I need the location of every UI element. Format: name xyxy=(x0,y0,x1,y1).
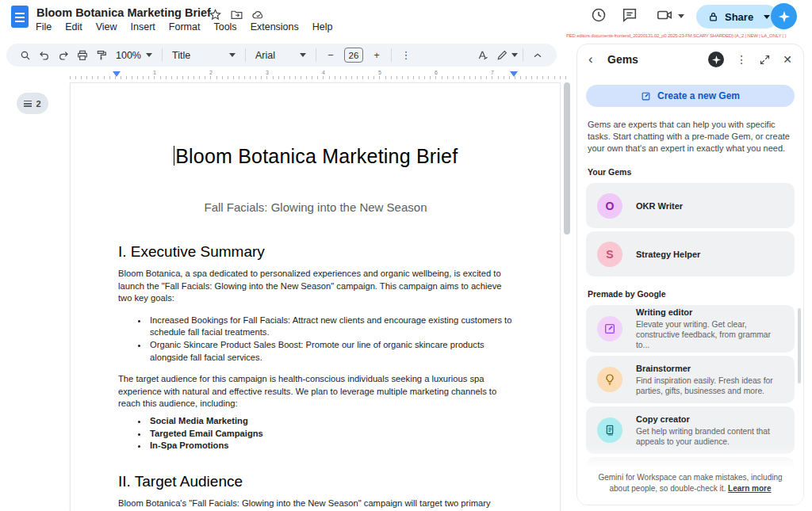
ruler-number: 5 xyxy=(378,70,381,75)
pen-tools-icon[interactable] xyxy=(492,47,511,64)
create-new-gem-label: Create a new Gem xyxy=(657,90,740,101)
increase-font-size-button[interactable]: + xyxy=(367,47,386,64)
doc-paragraph[interactable]: Bloom Botanica, a spa dedicated to perso… xyxy=(118,268,513,305)
doc-heading-2[interactable]: II. Target Audience xyxy=(118,473,513,490)
share-dropdown-caret-icon[interactable] xyxy=(764,15,770,19)
style-value: Title xyxy=(172,50,190,61)
right-indent-marker[interactable] xyxy=(510,71,518,77)
doc-bullet[interactable]: Targeted Email Campaigns xyxy=(148,428,513,440)
star-icon[interactable] xyxy=(209,8,222,21)
doc-subtitle[interactable]: Fall Facials: Glowing into the New Seaso… xyxy=(118,200,513,214)
comment-icon[interactable] xyxy=(621,6,638,24)
outline-list-icon xyxy=(24,101,32,107)
premade-by-google-label: Premade by Google xyxy=(588,289,793,299)
gem-card-writing-editor[interactable]: Writing editor Elevate your writing. Get… xyxy=(586,305,795,353)
doc-bullet[interactable]: Organic Skincare Product Sales Boost: Pr… xyxy=(148,339,513,364)
edit-square-icon xyxy=(641,91,651,101)
menu-item-edit[interactable]: Edit xyxy=(65,21,82,32)
meet-video-icon[interactable] xyxy=(656,6,673,24)
profile-avatar[interactable] xyxy=(708,51,724,67)
font-size-input[interactable]: 26 xyxy=(344,48,363,63)
more-options-icon[interactable]: ⋮ xyxy=(396,47,416,64)
ruler-number: 7 xyxy=(491,70,494,75)
ruler-number: 4 xyxy=(322,70,325,75)
overflow-menu-icon[interactable]: ⋮ xyxy=(736,53,747,66)
gem-name: OKR Writer xyxy=(636,201,683,211)
doc-paragraph[interactable]: Bloom Botanica's "Fall Facials: Glowing … xyxy=(118,498,513,510)
gemini-spark-avatar[interactable] xyxy=(771,3,797,29)
create-new-gem-button[interactable]: Create a new Gem xyxy=(586,85,795,107)
sidebar-header: ‹ Gems ⋮ ✕ xyxy=(577,44,803,74)
menu-item-help[interactable]: Help xyxy=(312,21,333,32)
back-icon[interactable]: ‹ xyxy=(588,51,601,67)
gem-initial-avatar: O xyxy=(597,193,622,219)
cloud-status-icon[interactable] xyxy=(251,8,265,21)
toolbar: 100% Title Arial − 26 + ⋮ xyxy=(6,44,557,67)
font-select[interactable]: Arial xyxy=(251,47,311,64)
document-scrollbar[interactable] xyxy=(564,82,570,235)
paint-format-icon[interactable] xyxy=(92,47,111,64)
toolbar-divider xyxy=(245,48,246,62)
version-history-icon[interactable] xyxy=(590,6,607,24)
share-button[interactable]: Share xyxy=(696,5,778,29)
expand-icon[interactable] xyxy=(759,54,771,66)
google-docs-app: Bloom Botanica Marketing Brief File Edit… xyxy=(0,0,812,511)
zoom-caret-icon xyxy=(146,53,152,57)
doc-heading-title[interactable]: Bloom Botanica Marketing Brief xyxy=(118,145,513,168)
menu-item-format[interactable]: Format xyxy=(169,21,201,32)
print-icon[interactable] xyxy=(73,47,92,64)
copy-document-icon xyxy=(597,418,622,443)
gem-card-strategy-helper[interactable]: S Strategy Helper xyxy=(586,231,795,276)
menu-item-insert[interactable]: Insert xyxy=(131,21,155,32)
document-title[interactable]: Bloom Botanica Marketing Brief xyxy=(36,6,211,19)
page-content: Bloom Botanica Marketing Brief Fall Faci… xyxy=(71,83,560,509)
menu-item-tools[interactable]: Tools xyxy=(213,21,236,32)
sidebar-title: Gems xyxy=(607,53,638,66)
ruler-number: 2 xyxy=(209,70,213,75)
redo-icon[interactable] xyxy=(54,47,73,64)
zoom-select[interactable]: 100% xyxy=(111,47,157,64)
menu-item-file[interactable]: File xyxy=(36,21,52,32)
doc-bullet[interactable]: Social Media Marketing xyxy=(148,415,513,428)
document-page[interactable]: Bloom Botanica Marketing Brief Fall Faci… xyxy=(70,82,561,511)
gems-sidebar: ‹ Gems ⋮ ✕ Create a new Gem Gems are exp… xyxy=(576,44,804,505)
pen-caret-icon[interactable] xyxy=(511,53,518,57)
learn-more-link[interactable]: Learn more xyxy=(728,484,771,493)
doc-heading-1[interactable]: I. Executive Summary xyxy=(118,243,513,261)
search-icon[interactable] xyxy=(16,47,35,64)
annotate-text-icon[interactable] xyxy=(473,47,492,64)
gem-name: Copy creator xyxy=(636,414,783,424)
undo-icon[interactable] xyxy=(35,47,54,64)
toolbar-divider xyxy=(523,48,523,62)
hide-menus-icon[interactable] xyxy=(528,47,547,64)
meet-dropdown-caret-icon[interactable] xyxy=(678,14,684,18)
toolbar-divider xyxy=(391,48,392,62)
show-tabs-outline-button[interactable]: 2 xyxy=(17,93,48,114)
doc-bullet-list: Increased Bookings for Fall Facials: Att… xyxy=(118,315,513,364)
doc-bullet[interactable]: In-Spa Promotions xyxy=(148,440,513,452)
sidebar-scrollbar[interactable] xyxy=(798,308,801,383)
gem-card-okr-writer[interactable]: O OKR Writer xyxy=(586,183,795,228)
doc-bullet[interactable]: Increased Bookings for Fall Facials: Att… xyxy=(148,315,513,339)
ruler-number: 6 xyxy=(435,70,438,75)
gem-name: Writing editor xyxy=(636,307,783,317)
gem-card-brainstormer[interactable]: Brainstormer Find inspiration easily. Fr… xyxy=(586,356,795,403)
paragraph-style-select[interactable]: Title xyxy=(167,47,240,64)
move-folder-icon[interactable] xyxy=(230,8,243,21)
docs-logo-icon[interactable] xyxy=(11,6,29,28)
menu-bar: File Edit View Insert Format Tools Exten… xyxy=(36,21,333,32)
gems-intro-text: Gems are experts that can help you with … xyxy=(588,119,793,154)
menu-item-view[interactable]: View xyxy=(96,21,117,32)
spark-icon xyxy=(777,10,791,24)
font-value: Arial xyxy=(255,50,275,61)
close-icon[interactable]: ✕ xyxy=(783,53,792,66)
your-gems-label: Your Gems xyxy=(588,167,793,177)
doc-paragraph[interactable]: The target audience for this campaign is… xyxy=(118,373,513,410)
zoom-value: 100% xyxy=(116,50,141,61)
doc-bullet-list: Social Media Marketing Targeted Email Ca… xyxy=(118,415,513,452)
style-caret-icon xyxy=(229,53,236,57)
decrease-font-size-button[interactable]: − xyxy=(321,47,340,64)
left-indent-marker[interactable] xyxy=(113,71,121,77)
ruler-number: 3 xyxy=(266,70,269,75)
menu-item-extensions[interactable]: Extensions xyxy=(251,21,299,32)
